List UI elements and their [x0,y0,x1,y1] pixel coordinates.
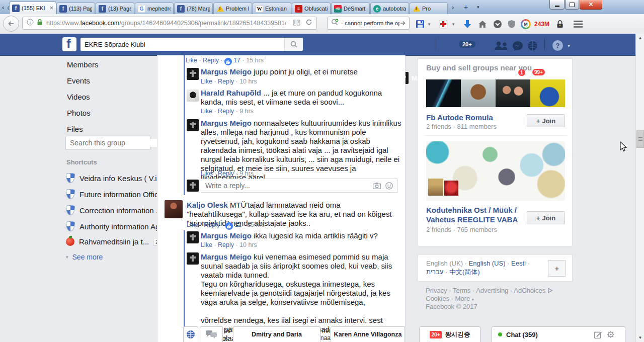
commenter-name-link[interactable]: Harald Rahupõld [201,89,263,97]
reply-composer[interactable] [201,179,398,193]
tab-list-dropdown-icon[interactable]: ▾ [477,5,479,10]
terms-link[interactable]: Terms [447,287,471,294]
like-link[interactable]: Like [186,57,197,64]
reader-mode-icon[interactable] [293,19,300,28]
cookies-link[interactable]: Cookies [426,295,449,302]
language-link[interactable]: English (US) [469,260,506,267]
chat-tab[interactable]: Karen Anne Villagonza [331,326,405,342]
close-tab-icon[interactable] [50,5,53,11]
sidebar-item-events[interactable]: Events [67,76,90,85]
address-bar[interactable]: i https://www.facebook.com/groups/146246… [22,17,317,30]
shield-addon-icon[interactable] [505,18,518,31]
sidebar-item-files[interactable]: Files [67,125,83,133]
page-scrollbar[interactable]: ▲ ▼ [635,34,644,342]
facebook-search[interactable] [80,38,303,51]
new-tab-button[interactable]: + [464,4,468,11]
reply-link[interactable]: Reply [198,221,220,228]
friend-requests-icon[interactable] [494,41,509,52]
shortcut-item[interactable]: Authority information Ag... [66,221,166,231]
browser-tab[interactable]: Estonian In [253,3,291,14]
minimize-button[interactable] [549,0,565,10]
see-more-link[interactable]: ▾ See more [66,253,103,261]
search-bar[interactable]: - cannot perform the operatio [327,17,410,30]
scrollbar-thumb[interactable] [636,130,644,148]
like-link[interactable]: Like [201,241,212,248]
like-link[interactable]: Like [201,170,212,177]
save-page-icon[interactable] [414,18,427,31]
group-cover-collage[interactable] [426,79,565,107]
scroll-down-arrow[interactable]: ▼ [636,333,644,342]
chat-settings-gear-icon[interactable] [607,330,615,338]
chat-conversations-tab[interactable] [200,326,223,342]
save-dropdown-icon[interactable]: ▾ [426,18,433,31]
new-message-icon[interactable] [594,331,602,338]
add-language-button[interactable]: + [548,260,566,277]
reply-link[interactable]: Reply [212,108,234,115]
shortcut-item[interactable]: Veidra info Keskus ( V.i.... [66,173,165,183]
browser-tab[interactable]: (113) Page [56,3,95,14]
commenter-name-link[interactable]: Margus Meigo [201,231,254,240]
commenter-avatar[interactable] [187,119,199,131]
padlock-addon-icon[interactable] [553,18,567,31]
browser-tab[interactable]: (78) Margu [174,3,213,14]
commenter-name-link[interactable]: Kaljo Olesk [187,201,230,209]
group-name-link[interactable]: Kodutehnika Ost / Müük / Vahetus REEGLIT… [426,205,525,224]
browser-tab[interactable]: Pro [410,3,448,14]
chat-tab[interactable]: Dmitry and Daria [233,326,320,342]
browser-tab[interactable]: autobotran [370,3,409,14]
medic-addon-icon[interactable] [437,18,450,31]
notifications-globe-icon[interactable] [527,41,538,53]
advertising-link[interactable]: Advertising [470,287,508,294]
multicolor-m-addon-icon[interactable]: M [519,18,532,31]
group-cover-photo[interactable] [426,141,565,201]
tab-scroll-left-icon[interactable]: ‹ [2,4,4,11]
like-count[interactable]: 17 [219,57,240,64]
sidebar-item-members[interactable]: Members [67,60,99,69]
more-link[interactable]: More [455,295,470,302]
commenter-avatar[interactable] [187,68,199,80]
shortcut-item[interactable]: Future information Offic... [66,189,165,199]
reply-link[interactable]: Reply [197,57,219,64]
search-go-icon[interactable] [400,19,406,28]
camera-icon[interactable] [373,183,381,189]
reply-link[interactable]: Reply [212,241,234,248]
adchoices-link[interactable]: AdChoices [514,287,545,294]
messenger-icon[interactable] [512,41,523,53]
pocket-icon[interactable] [491,18,504,31]
close-button[interactable]: ✕ [580,0,602,10]
like-count[interactable]: 12 [220,221,242,228]
reload-icon[interactable] [305,19,312,28]
reply-link[interactable]: Reply [212,78,234,85]
group-search-box[interactable] [65,136,151,150]
language-link[interactable]: Eesti [511,260,526,267]
home-icon[interactable] [476,18,489,31]
commenter-name-link[interactable]: Margus Meigo [201,252,254,261]
language-link[interactable]: עברית [426,268,443,276]
search-engine-icon[interactable] [331,19,339,28]
sidebar-item-videos[interactable]: Videos [67,93,90,101]
menu-hamburger-icon[interactable] [571,18,586,31]
reply-link[interactable]: Reply [212,170,234,177]
restore-button[interactable] [565,0,579,10]
download-helper-icon[interactable] [461,18,474,31]
emoji-icon[interactable] [385,182,393,190]
commenter-avatar[interactable] [187,231,199,243]
language-link[interactable]: 中文(简体) [449,268,480,276]
page-info-icon[interactable]: i [27,19,34,28]
like-link[interactable]: Like [201,78,212,85]
group-search-input[interactable] [66,139,165,147]
tab-scroll-right-icon[interactable]: › [452,4,454,11]
privacy-link[interactable]: Privacy [426,287,447,294]
browser-tab[interactable]: (13) Page n [96,3,134,14]
scroll-up-arrow[interactable]: ▲ [636,34,644,42]
reply-input[interactable] [201,182,373,190]
join-group-button[interactable]: +Join [527,211,565,224]
commenter-avatar[interactable] [165,200,183,218]
https-lock-icon[interactable] [37,19,43,28]
browser-tab[interactable]: Problem lo [213,3,252,14]
commenter-avatar[interactable] [187,90,199,102]
back-button[interactable] [3,16,19,32]
chat-tab[interactable]: 20+ 왕시김중 [419,326,480,342]
group-name-link[interactable]: Fb Autode Romula [426,113,493,122]
shortcut-item[interactable]: Rahvameditsiin ja t... 20+ [66,237,168,246]
